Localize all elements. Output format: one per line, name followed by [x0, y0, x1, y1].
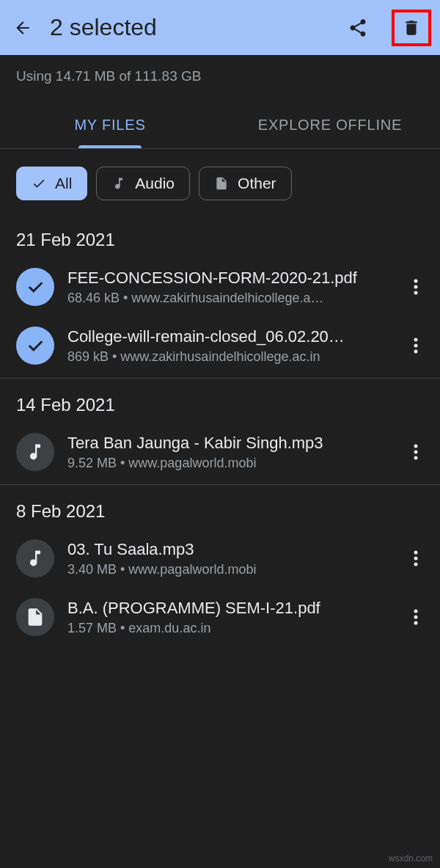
check-icon [25, 277, 45, 297]
tab-my-files[interactable]: MY FILES [0, 102, 220, 148]
selection-check-icon[interactable] [16, 327, 54, 365]
file-meta: 1.57 MB • exam.du.ac.in [67, 621, 395, 636]
file-meta: 3.40 MB • www.pagalworld.mobi [67, 562, 395, 577]
trash-icon [402, 18, 421, 37]
tab-label: MY FILES [74, 117, 145, 134]
date-header: 14 Feb 2021 [0, 379, 440, 423]
svg-point-5 [414, 350, 418, 354]
chip-label: Audio [135, 175, 175, 192]
file-type-icon[interactable] [16, 598, 54, 636]
chip-label: All [55, 175, 72, 192]
chip-all[interactable]: All [16, 167, 87, 200]
selection-title: 2 selected [50, 14, 330, 41]
file-info: B.A. (PROGRAMME) SEM-I-21.pdf 1.57 MB • … [67, 599, 395, 636]
music-note-icon [111, 176, 126, 191]
check-icon [25, 335, 45, 356]
tab-explore-offline[interactable]: EXPLORE OFFLINE [220, 102, 440, 148]
date-section: 14 Feb 2021 Tera Ban Jaunga - Kabir Sing… [0, 379, 440, 485]
chip-other[interactable]: Other [199, 167, 292, 200]
svg-point-6 [414, 445, 418, 448]
tab-label: EXPLORE OFFLINE [258, 117, 403, 134]
file-info: 03. Tu Saala.mp3 3.40 MB • www.pagalworl… [67, 540, 395, 577]
list-item[interactable]: Tera Ban Jaunga - Kabir Singh.mp3 9.52 M… [0, 423, 440, 481]
filter-chips: All Audio Other [0, 149, 440, 214]
file-meta: 68.46 kB • www.zakirhusaindelhicollege.a… [67, 291, 395, 306]
more-vert-icon[interactable] [408, 544, 424, 573]
more-vert-icon[interactable] [408, 272, 424, 302]
date-section: 21 Feb 2021 FEE-CONCESSION-FORM-2020-21.… [0, 214, 440, 379]
file-name: B.A. (PROGRAMME) SEM-I-21.pdf [67, 599, 395, 618]
list-item[interactable]: FEE-CONCESSION-FORM-2020-21.pdf 68.46 kB… [0, 258, 440, 316]
svg-point-4 [414, 344, 418, 348]
file-name: 03. Tu Saala.mp3 [67, 540, 395, 559]
file-info: FEE-CONCESSION-FORM-2020-21.pdf 68.46 kB… [67, 269, 395, 306]
more-vert-icon[interactable] [408, 331, 424, 360]
more-vert-icon[interactable] [408, 602, 424, 632]
svg-point-11 [414, 563, 418, 566]
svg-point-14 [414, 621, 418, 625]
svg-point-13 [414, 616, 418, 619]
file-name: FEE-CONCESSION-FORM-2020-21.pdf [67, 269, 395, 288]
selection-check-icon[interactable] [16, 268, 54, 306]
list-item[interactable]: 03. Tu Saala.mp3 3.40 MB • www.pagalworl… [0, 529, 440, 588]
file-icon [214, 176, 229, 191]
chip-audio[interactable]: Audio [96, 167, 190, 200]
svg-point-3 [414, 338, 418, 342]
tab-bar: MY FILES EXPLORE OFFLINE [0, 102, 440, 149]
file-info: College-will-remain-closed_06.02.20… 869… [67, 327, 395, 365]
date-section: 8 Feb 2021 03. Tu Saala.mp3 3.40 MB • ww… [0, 485, 440, 649]
check-icon [32, 176, 46, 191]
file-meta: 9.52 MB • www.pagalworld.mobi [67, 456, 395, 471]
svg-point-8 [414, 456, 418, 460]
date-header: 8 Feb 2021 [0, 485, 440, 529]
music-note-icon [25, 548, 45, 569]
more-vert-icon[interactable] [408, 437, 424, 467]
storage-usage: Using 14.71 MB of 111.83 GB [0, 55, 440, 87]
file-meta: 869 kB • www.zakirhusaindelhicollege.ac.… [67, 349, 395, 365]
delete-button[interactable] [392, 10, 431, 46]
back-icon[interactable] [13, 18, 32, 37]
selection-header: 2 selected [0, 0, 440, 55]
watermark: wsxdn.com [389, 853, 433, 864]
date-header: 21 Feb 2021 [0, 214, 440, 258]
svg-point-7 [414, 451, 418, 454]
file-type-icon[interactable] [16, 433, 54, 471]
file-icon [25, 607, 45, 627]
chip-label: Other [238, 175, 276, 192]
list-item[interactable]: B.A. (PROGRAMME) SEM-I-21.pdf 1.57 MB • … [0, 588, 440, 646]
file-type-icon[interactable] [16, 539, 54, 577]
file-name: Tera Ban Jaunga - Kabir Singh.mp3 [67, 434, 395, 453]
svg-point-1 [414, 285, 418, 289]
share-icon[interactable] [348, 18, 368, 38]
svg-point-0 [414, 280, 418, 283]
list-item[interactable]: College-will-remain-closed_06.02.20… 869… [0, 316, 440, 375]
svg-point-9 [414, 551, 418, 555]
svg-point-2 [414, 291, 418, 295]
music-note-icon [25, 442, 45, 462]
file-name: College-will-remain-closed_06.02.20… [67, 327, 395, 346]
file-info: Tera Ban Jaunga - Kabir Singh.mp3 9.52 M… [67, 434, 395, 471]
svg-point-12 [414, 610, 418, 613]
svg-point-10 [414, 557, 418, 561]
